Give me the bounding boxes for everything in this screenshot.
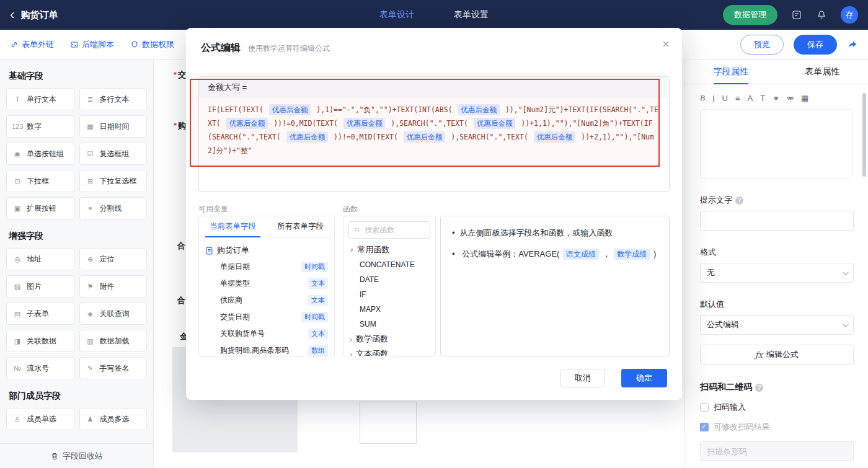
preview-button[interactable]: 预览 (740, 35, 784, 55)
avatar[interactable]: 存 (841, 6, 858, 24)
top-tab[interactable]: 表单设计 (379, 9, 414, 20)
function-item[interactable]: SUM (343, 317, 435, 332)
scan-barcode-input[interactable] (700, 441, 854, 461)
checkbox-row[interactable]: 可修改扫码结果 (700, 422, 853, 433)
field-type-item[interactable]: ▤ 子表单 (6, 302, 74, 325)
function-item[interactable]: MAPX (343, 302, 435, 317)
field-type-item[interactable]: 123 数字 (6, 115, 74, 138)
field-type-item[interactable]: ◉ 单选按钮组 (6, 143, 74, 165)
richtext-toolbar-icon[interactable]: ▦ (801, 94, 808, 103)
field-type-item[interactable]: ⊞ 下拉复选框 (79, 170, 148, 192)
back-icon[interactable]: ‹ (10, 8, 14, 22)
richtext-toolbar-icon[interactable]: T (760, 94, 765, 103)
variables-tab[interactable]: 当前表单字段 (199, 216, 267, 237)
richtext-toolbar-icon[interactable]: B (700, 93, 705, 103)
field-type-item[interactable]: ♟ 成员多选 (79, 408, 148, 430)
richtext-toolbar-icon[interactable]: A (748, 94, 753, 103)
variable-row[interactable]: 供应商 文本 (205, 292, 328, 309)
shield-icon (130, 40, 139, 49)
field-type-item[interactable]: ▥ 数据加载 (79, 330, 148, 352)
checkbox[interactable] (700, 403, 709, 412)
function-group-common[interactable]: ∨ 常用函数 (343, 242, 435, 257)
field-type-item[interactable]: ♙ 成员单选 (6, 408, 74, 430)
form-field-label[interactable]: *合 (177, 241, 185, 252)
variables-tab[interactable]: 所有表单字段 (267, 216, 334, 237)
field-type-item[interactable]: ≡ 分割线 (79, 197, 148, 219)
confirm-button[interactable]: 确定 (621, 369, 667, 387)
format-select[interactable]: 无 (700, 263, 854, 283)
function-item[interactable]: IF (343, 287, 435, 302)
checkbox-row[interactable]: 扫码输入 (700, 402, 853, 413)
properties-tab[interactable]: 表单属性 (777, 60, 868, 84)
richtext-toolbar-icon[interactable]: ⚭ (773, 94, 779, 103)
vertical-scrollbar[interactable] (862, 93, 866, 177)
field-type-item[interactable]: ▨ 图片 (6, 275, 74, 298)
richtext-editor-area[interactable] (700, 109, 853, 179)
field-type-icon: ⊡ (12, 177, 23, 185)
backend-script-link[interactable]: 后端脚本 (70, 39, 114, 50)
default-value: 公式编辑 (707, 319, 739, 330)
richtext-toolbar-icon[interactable]: U (722, 94, 728, 103)
function-item[interactable]: CONCATENATE (343, 257, 435, 272)
field-type-item[interactable]: ≣ 多行文本 (79, 88, 148, 110)
function-search-input[interactable] (363, 225, 425, 235)
share-icon[interactable] (847, 39, 858, 50)
save-button[interactable]: 保存 (794, 35, 837, 55)
field-type-item[interactable]: ▦ 日期时间 (79, 115, 148, 138)
form-root-node[interactable]: 购货订单 (205, 242, 328, 258)
richtext-toolbar-icon[interactable]: I (712, 94, 715, 103)
properties-tab[interactable]: 字段属性 (685, 60, 777, 84)
field-type-item[interactable]: T 单行文本 (6, 88, 74, 110)
field-type-item[interactable]: № 流水号 (6, 357, 74, 379)
variable-row[interactable]: 关联购货单号 文本 (205, 325, 328, 342)
help-segment: 数学成绩 (614, 249, 650, 260)
field-type-item[interactable]: ◎ 地址 (6, 248, 74, 270)
field-recycle-bin[interactable]: 字段回收站 (0, 443, 153, 468)
function-group[interactable]: › 文本函数 (343, 347, 435, 356)
form-field-label[interactable]: *交 (174, 69, 186, 81)
field-type-icon: ≣ (85, 95, 96, 104)
form-external-link[interactable]: 表单外链 (10, 39, 54, 50)
richtext-toolbar-icon[interactable]: ≡ (735, 94, 740, 103)
data-permission-link[interactable]: 数据权限 (130, 39, 174, 50)
default-value-select[interactable]: 公式编辑 (700, 315, 854, 335)
cancel-button[interactable]: 取消 (560, 369, 605, 387)
edit-formula-button[interactable]: ƒx 编辑公式 (700, 345, 854, 364)
checkbox[interactable] (700, 423, 709, 431)
data-manage-button[interactable]: 数据管理 (723, 5, 777, 25)
field-type-item[interactable]: ◈ 关联查询 (79, 302, 148, 325)
form-field-label[interactable]: *购 (174, 120, 186, 131)
apps-icon[interactable] (791, 9, 802, 20)
close-icon[interactable]: × (662, 38, 670, 50)
field-type-item[interactable]: ⊕ 定位 (79, 248, 148, 270)
canvas-placeholder-box[interactable] (360, 402, 417, 444)
field-type-label: 数字 (27, 121, 42, 132)
field-type-item[interactable]: ▣ 扩展按钮 (6, 197, 74, 219)
variable-row[interactable]: 单据类型 文本 (205, 275, 328, 292)
field-type-item[interactable]: ✎ 手写签名 (79, 357, 148, 379)
form-field-label[interactable]: *合 (177, 295, 185, 306)
field-type-item[interactable]: ☑ 复选框组 (79, 143, 148, 165)
function-search-box[interactable] (348, 221, 430, 239)
variable-row[interactable]: 购货明细.商品条形码 数组 (205, 342, 328, 356)
field-type-item[interactable]: ◨ 关联数据 (6, 330, 74, 352)
formula-segment: ),SEARCH(".",TEXT( (446, 133, 532, 141)
variable-rows: 单据日期 时间戳 单据类型 文本 供应商 文本 交货日期 时间戳 关联购 (205, 258, 328, 356)
chevron-down-icon (843, 321, 849, 327)
richtext-toolbar-icon[interactable]: ⚮ (787, 94, 794, 103)
field-type-icon: ≡ (85, 205, 96, 212)
variable-row[interactable]: 单据日期 时间戳 (205, 258, 328, 275)
modal-header: 公式编辑 使用数学运算符编辑公式 (186, 28, 682, 55)
formula-code[interactable]: IF(LEFT(TEXT( 优惠后金额 ),1)=="-","负","")+TE… (199, 98, 669, 157)
function-group[interactable]: › 数学函数 (343, 332, 435, 347)
hint-text-input[interactable] (700, 211, 854, 231)
variable-row[interactable]: 交货日期 时间戳 (205, 309, 328, 325)
top-tab[interactable]: 表单设置 (454, 9, 489, 20)
formula-editor[interactable]: 金额大写 = IF(LEFT(TEXT( 优惠后金额 ),1)=="-","负"… (198, 76, 670, 192)
field-type-label: 分割线 (100, 203, 122, 214)
field-type-item[interactable]: ⊡ 下拉框 (6, 170, 74, 192)
bell-icon[interactable] (816, 9, 827, 20)
field-type-item[interactable]: ⚑ 附件 (79, 275, 148, 298)
function-item[interactable]: DATE (343, 272, 435, 287)
formula-segment: ),SEARCH(".",TEXT( (386, 119, 472, 128)
